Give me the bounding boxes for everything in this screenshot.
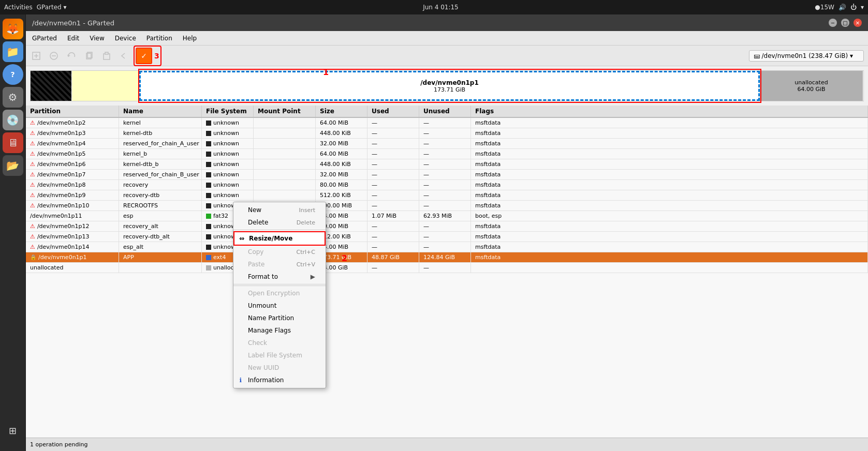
disk-seg-nvme0n1p1[interactable]: /dev/nvme0n1p1 173.71 GiB bbox=[139, 71, 760, 101]
device-selector[interactable]: 🖴 /dev/nvme0n1 (238.47 GiB) ▾ bbox=[749, 50, 864, 62]
fs-color-block bbox=[206, 183, 211, 188]
cell-size: 32.00 MiB bbox=[316, 170, 367, 179]
system-bar-center: Jun 4 01:15 bbox=[423, 4, 459, 11]
cell-unused: — bbox=[419, 170, 471, 179]
cell-unused: — bbox=[419, 232, 471, 242]
dock-folder[interactable]: 📂 bbox=[3, 155, 23, 176]
table-row[interactable]: ⚠ /dev/nvme0n1p8 recovery unknown 80.00 … bbox=[26, 180, 868, 190]
cell-name: kernel_b bbox=[119, 149, 202, 159]
menu-device[interactable]: Device bbox=[111, 33, 140, 43]
toolbar-copy-btn[interactable] bbox=[81, 48, 97, 64]
ctx-label-information: Information bbox=[248, 377, 284, 384]
cell-partition: ⚠ /dev/nvme0n1p3 bbox=[26, 128, 119, 138]
table-row[interactable]: ⚠ /dev/nvme0n1p2 kernel unknown 64.00 Mi… bbox=[26, 118, 868, 128]
cell-mount bbox=[254, 180, 316, 190]
toolbar-back-btn[interactable] bbox=[116, 48, 133, 64]
power-icon: ⏻ bbox=[850, 4, 857, 11]
ctx-item-format-to[interactable]: Format to▶ bbox=[233, 270, 326, 283]
toolbar-apply-btn[interactable]: ✓ bbox=[136, 48, 152, 64]
ctx-item-resize-move[interactable]: ⇔Resize/Move bbox=[233, 231, 326, 246]
cell-filesystem: unknown bbox=[202, 139, 254, 148]
table-row[interactable]: ⚠ /dev/nvme0n1p5 kernel_b unknown 64.00 … bbox=[26, 149, 868, 159]
dock-files[interactable]: 📁 bbox=[3, 41, 23, 62]
toolbar-new-btn[interactable] bbox=[28, 48, 45, 64]
menu-view[interactable]: View bbox=[85, 33, 108, 43]
cell-size: 32.00 MiB bbox=[316, 139, 367, 148]
dock-settings[interactable]: ⚙ bbox=[3, 87, 23, 108]
cell-size: 448.00 KiB bbox=[316, 159, 367, 169]
table-row[interactable]: /dev/nvme0n1p11 esp fat32 64.00 MiB 1.07… bbox=[26, 211, 868, 221]
fs-label: unknown bbox=[213, 140, 239, 147]
cell-flags: msftdata bbox=[471, 190, 868, 200]
fs-color-block bbox=[206, 245, 211, 250]
cell-mount bbox=[254, 159, 316, 169]
table-row[interactable]: ⚠ /dev/nvme0n1p14 esp_alt unknown 64.00 … bbox=[26, 242, 868, 252]
minimize-button[interactable]: − bbox=[829, 19, 837, 27]
table-row[interactable]: ⚠ /dev/nvme0n1p9 recovery-dtb unknown 51… bbox=[26, 190, 868, 201]
cell-unused: — bbox=[419, 128, 471, 138]
menu-help[interactable]: Help bbox=[179, 33, 201, 43]
menu-edit[interactable]: Edit bbox=[63, 33, 83, 43]
dock-disk[interactable]: 💿 bbox=[3, 110, 23, 130]
ctx-item-unmount[interactable]: Unmount bbox=[233, 299, 326, 312]
ctx-item-delete[interactable]: DeleteDelete bbox=[233, 216, 326, 229]
table-row[interactable]: ⚠ /dev/nvme0n1p7 reserved_for_chain_B_us… bbox=[26, 170, 868, 180]
warning-icon: ⚠ bbox=[30, 182, 35, 188]
gparted-taskbar[interactable]: GParted ▾ bbox=[37, 4, 67, 11]
table-row[interactable]: 🔒 /dev/nvme0n1p1 APP ext4 / 173.71 GiB 4… bbox=[26, 252, 868, 263]
dock-help[interactable]: ? bbox=[3, 64, 23, 85]
shortcut-paste: Ctrl+V bbox=[297, 261, 315, 268]
toolbar-delete-btn[interactable] bbox=[46, 48, 62, 64]
ctx-label-format-to: Format to bbox=[248, 273, 278, 280]
fs-color-block bbox=[206, 214, 211, 219]
dock-firefox[interactable]: 🦊 bbox=[3, 19, 23, 39]
status-text: 1 operation pending bbox=[30, 441, 88, 448]
close-button[interactable]: ✕ bbox=[854, 19, 862, 27]
cell-size: 448.00 KiB bbox=[316, 128, 367, 138]
annotation-label-2: 2 bbox=[342, 253, 347, 263]
warning-icon: ⚠ bbox=[30, 192, 35, 199]
fs-color-block bbox=[206, 141, 211, 146]
fs-label: unknown bbox=[213, 161, 239, 168]
toolbar: ✓ 3 🖴 /dev/nvme0n1 (238.47 GiB) ▾ bbox=[26, 46, 868, 66]
shortcut-new: Insert bbox=[299, 207, 315, 214]
cell-name: reserved_for_chain_A_user bbox=[119, 139, 202, 148]
fs-label: ext4 bbox=[213, 254, 226, 261]
table-row[interactable]: ⚠ /dev/nvme0n1p4 reserved_for_chain_A_us… bbox=[26, 139, 868, 149]
cell-unused: — bbox=[419, 263, 471, 273]
fs-label: unknown bbox=[213, 192, 239, 199]
ctx-label-resize-move: Resize/Move bbox=[249, 235, 292, 242]
app-grid-icon[interactable]: ⊞ bbox=[3, 420, 23, 441]
fs-label: unknown bbox=[213, 151, 239, 157]
col-size: Size bbox=[316, 106, 367, 117]
cell-used: 48.87 GiB bbox=[367, 252, 419, 262]
toolbar-paste-btn[interactable] bbox=[98, 48, 115, 64]
partition-name: /dev/nvme0n1p14 bbox=[37, 244, 90, 250]
ctx-item-manage-flags[interactable]: Manage Flags bbox=[233, 324, 326, 337]
disk-visual: /dev/nvme0n1p1 173.71 GiB unallocated 64… bbox=[30, 70, 864, 101]
table-row[interactable]: unallocated unallocated 64.00 GiB — — bbox=[26, 263, 868, 273]
ctx-item-information[interactable]: ℹInformation bbox=[233, 374, 326, 386]
table-row[interactable]: ⚠ /dev/nvme0n1p10 RECROOTFS unknown 300.… bbox=[26, 201, 868, 211]
table-row[interactable]: ⚠ /dev/nvme0n1p13 recovery-dtb_alt unkno… bbox=[26, 232, 868, 242]
dropdown-icon[interactable]: ▾ bbox=[861, 4, 864, 11]
table-row[interactable]: ⚠ /dev/nvme0n1p6 kernel-dtb_b unknown 44… bbox=[26, 159, 868, 170]
ctx-item-name-partition[interactable]: Name Partition bbox=[233, 312, 326, 324]
menu-partition[interactable]: Partition bbox=[142, 33, 176, 43]
cell-flags: msftdata bbox=[471, 242, 868, 252]
activities-label[interactable]: Activities bbox=[4, 4, 33, 11]
toolbar-undo-btn[interactable] bbox=[63, 48, 80, 64]
table-row[interactable]: ⚠ /dev/nvme0n1p3 kernel-dtb unknown 448.… bbox=[26, 128, 868, 139]
cell-flags: msftdata bbox=[471, 252, 868, 262]
cell-size: 64.00 MiB bbox=[316, 118, 367, 128]
cell-flags: boot, esp bbox=[471, 211, 868, 221]
table-row[interactable]: ⚠ /dev/nvme0n1p12 recovery_alt unknown 8… bbox=[26, 221, 868, 232]
ctx-label-name-partition: Name Partition bbox=[248, 314, 294, 322]
cell-used: — bbox=[367, 190, 419, 200]
maximize-button[interactable]: □ bbox=[841, 19, 849, 27]
dock-remote[interactable]: 🖥 bbox=[3, 132, 23, 153]
dock-bottom: ⊞ bbox=[3, 420, 23, 441]
menu-gparted[interactable]: GParted bbox=[28, 33, 61, 43]
warning-icon: ⚠ bbox=[30, 140, 35, 147]
ctx-item-new[interactable]: NewInsert bbox=[233, 204, 326, 216]
